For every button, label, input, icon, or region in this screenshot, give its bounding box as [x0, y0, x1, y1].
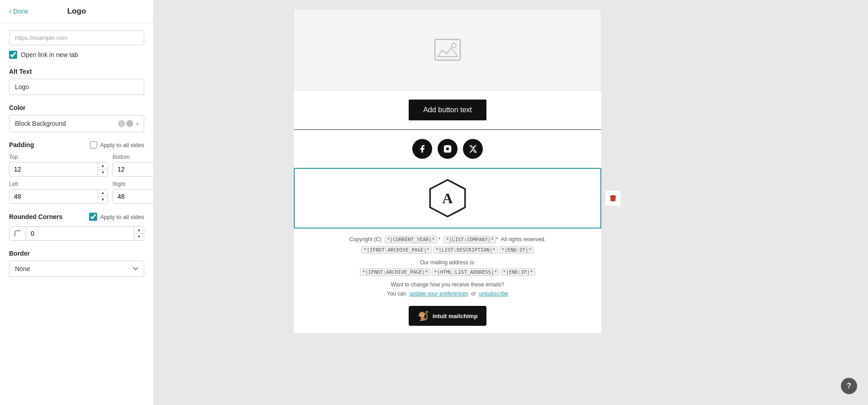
rounded-spinner: ▲ ▼ [9, 226, 144, 241]
open-new-tab-checkbox[interactable] [9, 51, 17, 59]
logo-hexagon-svg: A [427, 178, 468, 219]
current-year-tag: *|CURRENT_YEAR|* [385, 236, 437, 243]
ifnot-line: *|IFNOT:ARCHIVE_PAGE|* *|LIST:DESCRIPTIO… [303, 246, 592, 254]
end-if-tag-2: *|END:IF|* [501, 268, 535, 276]
padding-left-field: Left ▲ ▼ [9, 181, 108, 204]
apply-all-padding-checkbox[interactable] [90, 141, 97, 148]
address-line: *|IFNOT:ARCHIVE_PAGE|* *|HTML:LIST_ADDRE… [303, 268, 592, 276]
top-increment-button[interactable]: ▲ [98, 162, 108, 169]
url-input[interactable] [9, 30, 144, 45]
trash-icon [609, 194, 617, 202]
apply-all-padding-label: Apply to all sides [100, 142, 144, 148]
mailchimp-icon: 🐒 [418, 310, 429, 321]
bottom-label: Bottom [113, 154, 154, 160]
email-canvas-area: Add button text [154, 0, 741, 405]
padding-bottom-field: Bottom ▲ ▼ [113, 154, 154, 176]
left-spinner: ▲ ▼ [9, 189, 108, 204]
top-decrement-button[interactable]: ▼ [98, 169, 108, 176]
list-desc-tag: *|LIST:DESCRIPTION|* [434, 246, 498, 254]
change-text: Want to change how you receive these ema… [303, 281, 592, 288]
bottom-input[interactable] [113, 162, 154, 176]
back-button[interactable]: ‹ Done [9, 7, 28, 15]
rounded-apply-all-checkbox[interactable] [89, 213, 97, 221]
rounded-input-row: ▲ ▼ [9, 226, 144, 241]
padding-grid: Top ▲ ▼ Bottom ▲ ▼ [9, 154, 144, 204]
settings-panel: ‹ Done Logo Open link in new tab Alt Tex… [0, 0, 154, 405]
rounded-spinner-buttons: ▲ ▼ [134, 227, 144, 240]
or-text: or [471, 291, 476, 297]
you-can-text: You can [387, 291, 406, 297]
image-placeholder-icon [434, 38, 461, 61]
button-block: Add button text [294, 91, 601, 129]
end-if-tag: *|END:IF|* [499, 246, 533, 254]
rounded-corners-header: Rounded Corners Apply to all sides [9, 213, 144, 221]
right-spinner: ▲ ▼ [113, 189, 154, 204]
left-input[interactable] [9, 190, 98, 203]
color-swatch-1 [118, 120, 125, 127]
bottom-spinner: ▲ ▼ [113, 162, 154, 176]
instagram-icon[interactable] [438, 139, 458, 159]
padding-right-field: Right ▲ ▼ [113, 181, 154, 204]
top-spinner-buttons: ▲ ▼ [98, 162, 108, 176]
mailchimp-label: intuit mailchimp [433, 313, 478, 319]
html-list-address-tag: *|HTML:LIST_ADDRESS|* [432, 268, 499, 276]
twitter-x-svg [468, 144, 477, 153]
left-decrement-button[interactable]: ▼ [98, 196, 108, 204]
color-row-right: › [118, 120, 138, 127]
right-label: Right [113, 181, 154, 187]
all-rights-text: All rights reserved. [501, 236, 546, 243]
rounded-corners-title: Rounded Corners [9, 213, 62, 220]
preference-line: You can update your preferences or unsub… [303, 291, 592, 297]
rounded-input[interactable] [26, 227, 134, 240]
panel-title: Logo [67, 7, 86, 16]
left-increment-button[interactable]: ▲ [98, 190, 108, 196]
footer-block: Copyright (C) *|CURRENT_YEAR|* * *|LIST:… [294, 229, 601, 333]
social-block [294, 130, 601, 168]
instagram-svg [443, 144, 452, 153]
logo-block-wrapper: A [294, 168, 601, 229]
image-block[interactable] [294, 9, 601, 91]
ifnot-tag-2: *|IFNOT:ARCHIVE_PAGE|* [360, 268, 430, 276]
open-new-tab-label: Open link in new tab [21, 51, 78, 58]
border-select[interactable]: None Solid Dashed [9, 261, 144, 277]
email-canvas: Add button text [294, 0, 601, 405]
rounded-increment-button[interactable]: ▲ [134, 227, 144, 233]
add-button-text-button[interactable]: Add button text [409, 100, 486, 120]
update-prefs-link[interactable]: update your preferences [409, 291, 468, 297]
color-arrow-icon: › [136, 120, 138, 127]
back-arrow-icon: ‹ [9, 7, 11, 15]
top-input[interactable] [9, 162, 98, 176]
list-company-tag: *|LIST:COMPANY|* [443, 236, 496, 243]
top-spinner: ▲ ▼ [9, 162, 108, 176]
delete-logo-button[interactable] [605, 190, 621, 206]
apply-all-row: Apply to all sides [90, 141, 144, 148]
panel-header: ‹ Done Logo [0, 0, 153, 23]
unsubscribe-link[interactable]: unsubscribe [479, 291, 509, 297]
open-new-tab-row: Open link in new tab [9, 51, 144, 59]
help-icon: ? [847, 382, 851, 390]
padding-header: Padding Apply to all sides [9, 141, 144, 148]
twitter-x-icon[interactable] [463, 139, 483, 159]
alt-text-input[interactable] [9, 79, 144, 95]
color-selector[interactable]: Block Background › [9, 115, 144, 132]
padding-top-field: Top ▲ ▼ [9, 154, 108, 176]
border-label: Border [9, 250, 144, 257]
mailchimp-badge[interactable]: 🐒 intuit mailchimp [409, 306, 487, 326]
svg-rect-0 [435, 39, 460, 60]
panel-content: Open link in new tab Alt Text Color Bloc… [0, 23, 153, 284]
padding-title: Padding [9, 141, 34, 148]
color-swatch-2 [126, 120, 133, 127]
corner-radius-svg [14, 230, 21, 237]
logo-block[interactable]: A [294, 168, 601, 229]
rounded-decrement-button[interactable]: ▼ [134, 233, 144, 241]
svg-point-1 [452, 43, 456, 48]
facebook-icon[interactable] [412, 139, 432, 159]
copyright-line: Copyright (C) *|CURRENT_YEAR|* * *|LIST:… [303, 236, 592, 243]
help-button[interactable]: ? [841, 378, 857, 394]
rounded-apply-all-label: Apply to all sides [100, 214, 144, 220]
back-label[interactable]: Done [13, 8, 28, 15]
color-swatches [118, 120, 133, 127]
color-label: Color [9, 104, 144, 111]
right-input[interactable] [113, 190, 154, 203]
left-label: Left [9, 181, 108, 187]
